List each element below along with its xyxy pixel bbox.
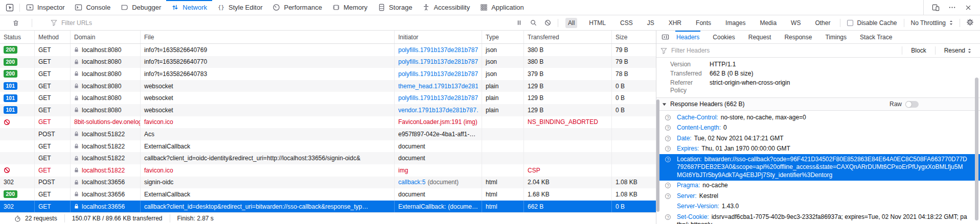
- response-header-location[interactable]: ? Location:bitwarden://sso-callback?code…: [656, 154, 980, 181]
- details-tab-request[interactable]: Request: [747, 31, 772, 44]
- filter-type-js[interactable]: JS: [645, 18, 657, 28]
- header-name[interactable]: Pragma:: [677, 182, 700, 189]
- column-header-transferred[interactable]: Transferred: [524, 31, 612, 43]
- header-name[interactable]: Server:: [677, 192, 697, 200]
- table-row[interactable]: GET localhost:51822 callback?client_id=o…: [0, 152, 656, 164]
- header-help-icon[interactable]: ?: [665, 193, 671, 199]
- pause-icon[interactable]: [516, 19, 522, 26]
- tab-accessibility[interactable]: Accessibility: [417, 0, 475, 15]
- initiator-link[interactable]: polyfills.1791b137de281b787…: [398, 58, 478, 65]
- response-headers-section-header[interactable]: Response Headers (662 B) Raw: [656, 98, 980, 111]
- response-header-server[interactable]: ? Server:Kestrel: [656, 191, 980, 202]
- tab-debugger[interactable]: Debugger: [116, 0, 166, 15]
- header-name[interactable]: Set-Cookie:: [677, 213, 709, 220]
- tab-storage[interactable]: Storage: [373, 0, 418, 15]
- initiator-link[interactable]: polyfills.1791b137de281b787…: [398, 70, 478, 78]
- throttling-dropdown[interactable]: No Throttling: [911, 19, 953, 27]
- tab-memory[interactable]: Memory: [327, 0, 373, 15]
- column-header-domain[interactable]: Domain: [71, 31, 141, 43]
- filter-type-all[interactable]: All: [565, 18, 577, 28]
- initiator-link[interactable]: vendor.1791b137de281b787…: [398, 107, 478, 114]
- raw-toggle[interactable]: [905, 101, 919, 108]
- filter-type-images[interactable]: Images: [723, 18, 748, 28]
- header-help-icon[interactable]: ?: [665, 146, 671, 152]
- table-row[interactable]: 200 GET localhost:8080 info?t=1635826640…: [0, 68, 656, 80]
- table-row[interactable]: GET localhost:51822 ExternalCallback doc…: [0, 140, 656, 153]
- header-help-icon[interactable]: ?: [665, 214, 671, 220]
- column-header-file[interactable]: File: [141, 31, 395, 43]
- details-tab-cookies[interactable]: Cookies: [712, 31, 736, 44]
- initiator-link[interactable]: theme_head.1791b137de281…: [398, 83, 478, 90]
- column-header-method[interactable]: Method: [35, 31, 71, 43]
- filter-type-ws[interactable]: WS: [788, 18, 803, 28]
- initiator-link[interactable]: callback:5: [398, 179, 425, 186]
- header-name[interactable]: Server-Version:: [677, 203, 719, 210]
- dock-panel-icon[interactable]: [662, 33, 669, 41]
- column-header-size[interactable]: Size: [612, 31, 656, 43]
- response-header-content-length[interactable]: ? Content-Length:0: [656, 123, 980, 134]
- table-row[interactable]: 302 POST localhost:33656 signin-oidc cal…: [0, 177, 656, 189]
- pick-element-button[interactable]: [0, 0, 19, 15]
- filter-type-fonts[interactable]: Fonts: [693, 18, 714, 28]
- header-help-icon[interactable]: ?: [665, 125, 671, 131]
- column-header-type[interactable]: Type: [482, 31, 524, 43]
- filter-urls-input[interactable]: Filter URLs: [51, 19, 92, 27]
- disable-cache-control[interactable]: Disable Cache: [847, 19, 897, 27]
- details-tab-response[interactable]: Response: [783, 31, 813, 44]
- close-icon[interactable]: [965, 4, 972, 11]
- filter-type-css[interactable]: CSS: [618, 18, 635, 28]
- column-header-status[interactable]: Status: [0, 31, 35, 43]
- header-name[interactable]: Content-Length:: [677, 124, 721, 131]
- response-header-cache-control[interactable]: ? Cache-Control:no-store, no-cache, max-…: [656, 112, 980, 123]
- column-header-initiator[interactable]: Initiator: [395, 31, 482, 43]
- table-row[interactable]: GET localhost:51822 favicon.ico img CSP: [0, 164, 656, 177]
- block-button[interactable]: Block: [906, 47, 930, 54]
- tab-performance[interactable]: Performance: [267, 0, 327, 15]
- network-settings-button[interactable]: [966, 18, 974, 28]
- tab-application[interactable]: Application: [475, 0, 529, 15]
- initiator-link[interactable]: polyfills.1791b137de281b787…: [398, 94, 478, 102]
- response-header-date[interactable]: ? Date:Tue, 02 Nov 2021 04:17:21 GMT: [656, 133, 980, 144]
- response-header-pragma[interactable]: ? Pragma:no-cache: [656, 181, 980, 191]
- filter-type-html[interactable]: HTML: [586, 18, 608, 28]
- table-scrollbar-thumb[interactable]: [656, 99, 659, 212]
- header-help-icon[interactable]: ?: [665, 183, 671, 188]
- initiator-link[interactable]: ExternalCallback:5: [398, 203, 446, 210]
- filter-type-xhr[interactable]: XHR: [666, 18, 684, 28]
- header-name[interactable]: Date:: [677, 135, 692, 142]
- response-header-set-cookie[interactable]: ? Set-Cookie:idsrv=adf6cba1-7075-402b-9e…: [656, 212, 980, 224]
- tab-network[interactable]: Network: [166, 0, 212, 15]
- clear-requests-button[interactable]: [0, 19, 32, 27]
- header-name[interactable]: Location:: [677, 156, 702, 163]
- header-name[interactable]: Cache-Control:: [677, 114, 718, 121]
- block-icon[interactable]: [544, 19, 551, 26]
- table-row[interactable]: 200 GET localhost:8080 info?t=1635826640…: [0, 44, 656, 56]
- tab-inspector[interactable]: Inspector: [21, 0, 70, 15]
- table-row[interactable]: 302 GET localhost:33656 callback?client_…: [0, 201, 656, 212]
- responsive-icon[interactable]: [932, 4, 940, 11]
- response-header-expires[interactable]: ? Expires:Thu, 01 Jan 1970 00:00:00 GMT: [656, 144, 980, 155]
- details-tab-headers[interactable]: Headers: [675, 31, 700, 44]
- filter-headers-input[interactable]: Filter Headers: [671, 47, 710, 54]
- details-tab-timings[interactable]: Timings: [824, 31, 848, 44]
- table-row[interactable]: 101 GET localhost:8080 websocket polyfil…: [0, 92, 656, 104]
- resend-button[interactable]: Resend: [940, 47, 976, 54]
- tab-console[interactable]: Console: [70, 0, 116, 15]
- filter-type-other[interactable]: Other: [812, 18, 833, 28]
- disable-cache-checkbox[interactable]: [847, 20, 853, 26]
- table-row[interactable]: 101 GET localhost:8080 websocket theme_h…: [0, 80, 656, 92]
- menu-icon[interactable]: [948, 4, 956, 11]
- table-row[interactable]: 101 GET localhost:8080 websocket vendor.…: [0, 104, 656, 116]
- tab-style-editor[interactable]: {} Style Editor: [212, 0, 267, 15]
- details-tab-stack-trace[interactable]: Stack Trace: [859, 31, 893, 44]
- header-help-icon[interactable]: ?: [665, 136, 671, 141]
- header-name[interactable]: Expires:: [677, 145, 699, 152]
- table-row[interactable]: GET 8bit-solutions-dev.onelogin…. favico…: [0, 116, 656, 129]
- response-header-server-version[interactable]: Server-Version:1.43.0: [656, 202, 980, 212]
- table-row[interactable]: POST localhost:51822 Acs e957f897-042e-4…: [0, 128, 656, 140]
- table-row[interactable]: 200 GET localhost:8080 info?t=1635826640…: [0, 56, 656, 68]
- search-icon[interactable]: [530, 19, 537, 26]
- initiator-link[interactable]: polyfills.1791b137de281b787…: [398, 46, 478, 54]
- header-help-icon[interactable]: ?: [665, 115, 671, 120]
- table-row[interactable]: 200 GET localhost:33656 ExternalCallback…: [0, 188, 656, 201]
